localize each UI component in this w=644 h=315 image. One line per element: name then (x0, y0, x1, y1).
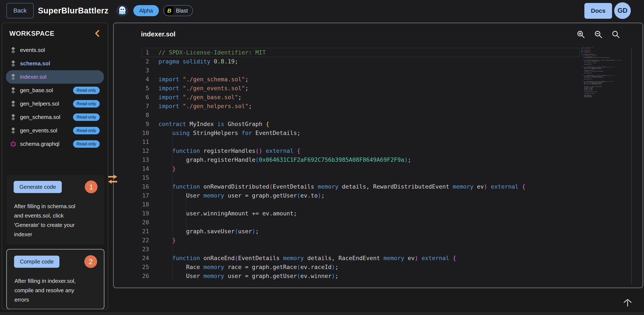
search-icon[interactable] (612, 30, 620, 39)
sidebar-item-gen_events-sol[interactable]: gen_events.solRead-only (6, 124, 104, 137)
scroll-to-top-button[interactable] (621, 296, 634, 310)
indent-guide (172, 263, 172, 271)
code-line-26: 26 User memory user = graph.getUser(ev.w… (128, 271, 574, 280)
line-number: 1 (128, 49, 149, 56)
line-number: 5 (128, 85, 149, 91)
sidebar-item-events-sol[interactable]: events.sol (6, 43, 104, 57)
generate-code-button[interactable]: Generate code (14, 181, 62, 193)
code-line-10: 10 using StringHelpers for EventDetails; (128, 128, 574, 137)
alpha-badge: Alpha (133, 5, 159, 16)
workspace-header: WORKSPACE (2, 23, 108, 43)
zoom-in-icon[interactable] (576, 30, 586, 39)
sidebar-resize-handle[interactable] (105, 173, 120, 185)
indent-guide (172, 155, 172, 164)
zoom-out-icon[interactable] (594, 30, 603, 39)
workspace-sidebar: WORKSPACE events.solschema.solindexer.so… (2, 22, 108, 310)
code-line-25: 25 Race memory race = graph.getRace(ev.r… (128, 263, 574, 271)
file-list: events.solschema.solindexer.solgen_base.… (2, 43, 108, 151)
file-name: events.sol (20, 47, 45, 53)
sidebar-item-gen_helpers-sol[interactable]: gen_helpers.solRead-only (6, 97, 104, 110)
solidity-icon (10, 47, 16, 54)
sidebar-item-schema-sol[interactable]: schema.sol (6, 57, 104, 70)
code-text: using StringHelpers for EventDetails; (158, 130, 300, 136)
solidity-icon (10, 87, 16, 94)
line-number: 21 (128, 228, 149, 235)
readonly-badge: Read-only (73, 113, 100, 121)
file-name: gen_events.sol (20, 127, 57, 134)
code-line-16: 16 function onRewardDistributed(EventDet… (128, 182, 574, 191)
solidity-icon (10, 114, 16, 121)
indent-guide (172, 137, 172, 146)
horizontal-scrollbar[interactable] (0, 313, 644, 315)
code-line-13: 13 graph.registerHandle(0x064631C1F2aF69… (128, 155, 574, 164)
indent-guide (172, 182, 172, 191)
editor-scrollbar[interactable] (631, 48, 632, 284)
code-text: function registerHandles() external { (158, 147, 300, 154)
readonly-badge: Read-only (73, 87, 100, 94)
sidebar-item-schema-graphql[interactable]: schema.graphqlRead-only (6, 137, 104, 151)
sidebar-item-indexer-sol[interactable]: indexer.sol (6, 70, 104, 84)
file-name: schema.sol (20, 60, 50, 67)
step-description: After filling in schema.sol and events.s… (14, 202, 84, 239)
solidity-icon (10, 74, 16, 80)
solidity-icon (10, 127, 16, 134)
line-number: 13 (128, 156, 149, 163)
solidity-icon (10, 60, 16, 67)
file-name: gen_schema.sol (20, 114, 60, 120)
user-avatar[interactable]: GD (614, 2, 631, 19)
code-line-18: 18 (128, 200, 574, 209)
line-number: 24 (128, 255, 149, 261)
indent-guide (172, 191, 172, 200)
sidebar-item-gen_schema-sol[interactable]: gen_schema.solRead-only (6, 110, 104, 124)
collapse-sidebar-icon[interactable] (94, 30, 100, 37)
code-line-8: 8 (128, 110, 574, 119)
code-line-12: 12 function registerHandles() external { (128, 146, 574, 155)
code-line-3: 3 (128, 66, 574, 75)
blast-badge: B Blast (163, 5, 193, 16)
file-name: indexer.sol (20, 74, 46, 80)
solidity-icon (10, 100, 16, 107)
file-name: gen_helpers.sol (20, 100, 59, 107)
step-number-badge: 1 (85, 181, 98, 193)
indent-guide (172, 173, 172, 182)
graphql-icon (10, 141, 16, 147)
file-name: gen_base.sol (20, 87, 53, 94)
line-number: 7 (128, 103, 149, 109)
indent-guide (172, 146, 172, 155)
minimap[interactable]: // SPDX-License-Identifier: MITpragma so… (581, 47, 623, 104)
docs-button[interactable]: Docs (584, 3, 612, 19)
indent-guide (172, 271, 172, 280)
code-text: } (158, 237, 176, 244)
line-number: 6 (128, 94, 149, 100)
code-text: Race memory race = graph.getRace(ev.race… (158, 264, 338, 270)
line-number: 10 (128, 130, 149, 136)
line-number: 2 (128, 58, 149, 65)
line-number: 25 (128, 264, 149, 270)
indent-guide (172, 128, 172, 137)
sidebar-item-gen_base-sol[interactable]: gen_base.solRead-only (6, 84, 104, 97)
code-text: // SPDX-License-Identifier: MIT (158, 49, 266, 56)
code-editor[interactable]: 1// SPDX-License-Identifier: MIT2pragma … (128, 48, 574, 286)
readonly-badge: Read-only (73, 127, 100, 134)
code-text: graph.registerHandle(0x064631C1F2aF692C7… (158, 156, 411, 163)
line-number: 18 (128, 201, 149, 208)
compile-code-button[interactable]: Compile code (14, 256, 60, 268)
code-line-15: 15 (128, 173, 574, 182)
step-description: After filling in indexer.sol, compile an… (14, 276, 85, 304)
line-number: 15 (128, 174, 149, 181)
back-button[interactable]: Back (6, 3, 34, 18)
code-text: graph.saveUser(user); (158, 228, 259, 235)
line-number: 22 (128, 237, 149, 244)
line-number: 11 (128, 139, 149, 145)
code-line-17: 17 User memory user = graph.getUser(ev.t… (128, 191, 574, 200)
indent-guide (172, 200, 172, 209)
indent-guide (172, 236, 172, 245)
readonly-badge: Read-only (73, 140, 100, 148)
app-title: SuperBlurBattlerz (38, 0, 108, 21)
indent-guide (172, 218, 172, 227)
code-line-1: 1// SPDX-License-Identifier: MIT (128, 48, 574, 57)
line-number: 14 (128, 165, 149, 172)
code-text: pragma solidity 0.8.19; (158, 58, 238, 65)
code-text: import "./gen_base.sol"; (158, 94, 242, 100)
line-number: 17 (128, 192, 149, 199)
